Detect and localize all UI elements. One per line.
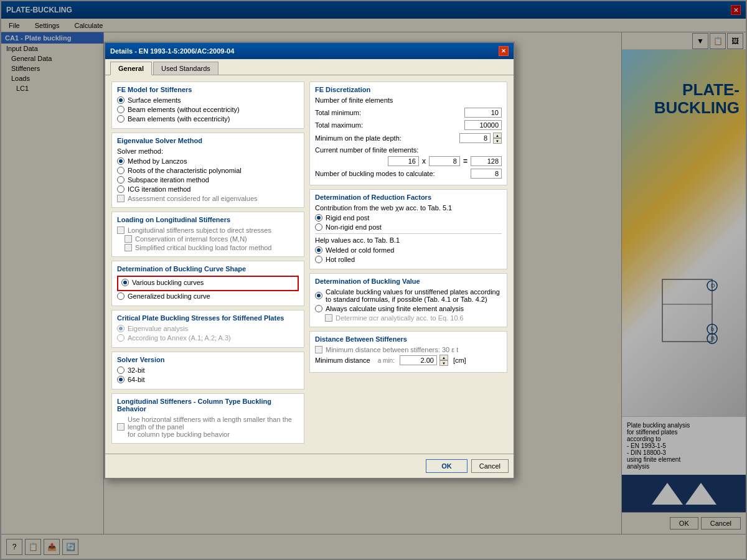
distance-title: Distance Between Stiffeners bbox=[315, 335, 502, 343]
solver-lanczos-radio[interactable]: Method by Lanczos bbox=[117, 157, 299, 165]
eigenvalue-checkbox[interactable]: Assessment considered for all eigenvalue… bbox=[117, 195, 299, 202]
fe-result-input[interactable] bbox=[471, 156, 502, 166]
min-plate-up[interactable]: ▲ bbox=[493, 133, 502, 138]
min-dist-spinner[interactable]: ▲ ▼ bbox=[439, 355, 448, 366]
current-num-row: Current number of finite elements: bbox=[315, 146, 502, 154]
non-rigid-end-radio[interactable]: Non-rigid end post bbox=[315, 223, 502, 231]
buckling-curve-title: Determination of Buckling Curve Shape bbox=[117, 265, 299, 273]
fe-equals: = bbox=[462, 157, 469, 166]
tab-general[interactable]: General bbox=[110, 62, 152, 75]
solver-lanczos-label: Method by Lanczos bbox=[128, 157, 187, 165]
welded-radio[interactable]: Welded or cold formed bbox=[315, 246, 502, 254]
num-finite-label: Number of finite elements bbox=[315, 96, 502, 104]
section-longitudinal-col: Longitudinal Stiffeners - Column Type Bu… bbox=[111, 393, 304, 444]
modal-overlay: Details - EN 1993-1-5:2006/AC:2009-04 ✕ … bbox=[1, 1, 746, 559]
solver-subspace-label: Subspace iteration method bbox=[128, 176, 209, 184]
critical-eigenvalue-dot bbox=[117, 325, 125, 332]
critical-eigenvalue-radio[interactable]: Eigenvalue analysis bbox=[117, 325, 299, 332]
total-max-input[interactable] bbox=[464, 120, 502, 130]
buckling-alpha-box bbox=[325, 314, 332, 322]
min-dist-input[interactable] bbox=[400, 355, 437, 365]
buckling-calc-radio[interactable]: Calculate buckling values for unstiffene… bbox=[315, 288, 502, 303]
solver-icg-label: ICG iteration method bbox=[128, 185, 191, 193]
total-max-row: Total maximum: bbox=[315, 120, 502, 130]
section-buckling-value: Determination of Buckling Value Calculat… bbox=[309, 273, 507, 327]
min-plate-down[interactable]: ▼ bbox=[493, 138, 502, 144]
fe-val1-input[interactable] bbox=[388, 156, 419, 166]
eigenvalue-title: Eigenvalue Solver Method bbox=[117, 137, 299, 144]
solver-32bit-radio[interactable]: 32-bit bbox=[117, 366, 299, 374]
fe-beam-no-ecc-radio[interactable]: Beam elements (without eccentricity) bbox=[117, 106, 299, 113]
solver-64bit-label: 64-bit bbox=[128, 376, 145, 383]
contrib-label: Contribution from the web χw acc. to Tab… bbox=[315, 204, 502, 212]
min-distance-box bbox=[315, 346, 322, 353]
fe-cross: x bbox=[421, 157, 427, 166]
fe-model-title: FE Model for Stiffeners bbox=[117, 86, 299, 93]
buckling-various-dot bbox=[121, 279, 129, 286]
fe-beam-ecc-radio[interactable]: Beam elements (with eccentricity) bbox=[117, 115, 299, 123]
longitudinal-col-checkbox[interactable]: Use horizontal stiffeners with a length … bbox=[117, 416, 299, 438]
longitudinal-col-label: Use horizontal stiffeners with a length … bbox=[128, 416, 299, 438]
min-plate-spinner[interactable]: ▲ ▼ bbox=[493, 133, 502, 144]
loading-simplified-box bbox=[125, 244, 132, 251]
fe-disc-title: FE Discretization bbox=[315, 86, 502, 93]
loading-conservation-checkbox[interactable]: Conservation of internal forces (M,N) bbox=[117, 235, 299, 243]
buckling-alpha-label: Determine αcr analytically acc. to Eq. 1… bbox=[336, 314, 464, 322]
fe-beam-no-ecc-label: Beam elements (without eccentricity) bbox=[128, 106, 240, 113]
solver-icg-dot bbox=[117, 185, 125, 193]
solver-icg-radio[interactable]: ICG iteration method bbox=[117, 185, 299, 193]
buckling-various-label: Various buckling curves bbox=[132, 279, 204, 286]
loading-conservation-box bbox=[125, 235, 132, 243]
min-dist-up[interactable]: ▲ bbox=[439, 355, 448, 360]
fe-surface-radio[interactable]: Surface elements bbox=[117, 96, 299, 104]
min-distance-label: Minimum distance between stiffeners: 30 … bbox=[326, 346, 458, 353]
solver-32bit-label: 32-bit bbox=[128, 366, 145, 374]
buckling-various-radio[interactable]: Various buckling curves bbox=[121, 279, 294, 286]
rigid-end-label: Rigid end post bbox=[326, 214, 369, 222]
solver-poly-radio[interactable]: Roots of the characteristic polynomial bbox=[117, 167, 299, 174]
fe-surface-dot bbox=[117, 96, 125, 104]
total-max-label: Total maximum: bbox=[315, 121, 462, 129]
tab-used-standards[interactable]: Used Standards bbox=[153, 62, 218, 75]
min-plate-input[interactable] bbox=[459, 133, 491, 143]
buckling-modes-input[interactable] bbox=[471, 169, 502, 179]
hot-rolled-radio[interactable]: Hot rolled bbox=[315, 256, 502, 263]
section-loading: Loading on Longitudinal Stiffeners Longi… bbox=[111, 212, 304, 257]
loading-conservation-label: Conservation of internal forces (M,N) bbox=[135, 235, 247, 243]
section-solver-version: Solver Version 32-bit 64-bit bbox=[111, 352, 304, 390]
solver-32bit-dot bbox=[117, 366, 125, 374]
modal-title-bar: Details - EN 1993-1-5:2006/AC:2009-04 ✕ bbox=[105, 43, 514, 59]
critical-annex-radio[interactable]: According to Annex (A.1; A.2; A.3) bbox=[117, 334, 299, 342]
buckling-generalized-dot bbox=[117, 292, 125, 300]
non-rigid-end-dot bbox=[315, 223, 322, 231]
solver-subspace-radio[interactable]: Subspace iteration method bbox=[117, 176, 299, 184]
solver-64bit-radio[interactable]: 64-bit bbox=[117, 376, 299, 383]
buckling-generalized-radio[interactable]: Generalized buckling curve bbox=[117, 292, 299, 300]
buckling-curve-highlighted-row: Various buckling curves bbox=[117, 276, 299, 291]
buckling-calc-label: Calculate buckling values for unstiffene… bbox=[326, 288, 502, 303]
min-dist-prefix: a min: bbox=[378, 357, 395, 364]
hot-rolled-label: Hot rolled bbox=[326, 256, 355, 263]
loading-direct-checkbox[interactable]: Longitudinal stiffeners subject to direc… bbox=[117, 226, 299, 234]
modal-left-col: FE Model for Stiffeners Surface elements… bbox=[111, 82, 304, 447]
min-dist-down[interactable]: ▼ bbox=[439, 360, 448, 366]
fe-beam-ecc-label: Beam elements (with eccentricity) bbox=[128, 115, 230, 123]
total-min-input[interactable] bbox=[464, 108, 502, 118]
loading-simplified-checkbox[interactable]: Simplified critical buckling load factor… bbox=[117, 244, 299, 251]
section-reduction-factors: Determination of Reduction Factors Contr… bbox=[309, 189, 507, 269]
critical-eigenvalue-label: Eigenvalue analysis bbox=[128, 325, 188, 332]
non-rigid-end-label: Non-rigid end post bbox=[326, 223, 382, 231]
modal-footer: OK Cancel bbox=[105, 454, 514, 478]
min-distance-checkbox[interactable]: Minimum distance between stiffeners: 30 … bbox=[315, 346, 502, 353]
rigid-end-radio[interactable]: Rigid end post bbox=[315, 214, 502, 222]
modal-ok-button[interactable]: OK bbox=[426, 459, 467, 473]
modal-close-button[interactable]: ✕ bbox=[499, 46, 509, 56]
buckling-always-radio[interactable]: Always calculate using finite element an… bbox=[315, 305, 502, 312]
loading-title: Loading on Longitudinal Stiffeners bbox=[117, 216, 299, 223]
critical-plate-title: Critical Plate Buckling Stresses for Sti… bbox=[117, 314, 299, 322]
modal-tabs: General Used Standards bbox=[105, 59, 514, 75]
buckling-calc-dot bbox=[315, 292, 322, 299]
fe-val2-input[interactable] bbox=[429, 156, 460, 166]
modal-cancel-button[interactable]: Cancel bbox=[471, 459, 509, 473]
buckling-alpha-checkbox[interactable]: Determine αcr analytically acc. to Eq. 1… bbox=[315, 314, 502, 322]
